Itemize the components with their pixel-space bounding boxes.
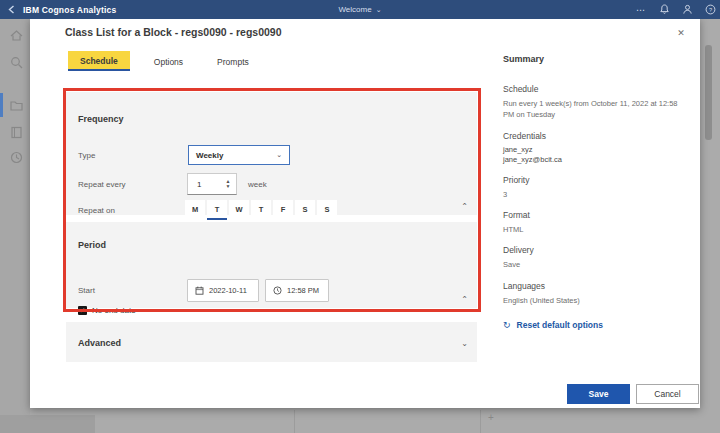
save-button[interactable]: Save <box>567 384 630 404</box>
start-time-field[interactable]: 12:58 PM <box>265 279 329 302</box>
type-dropdown[interactable]: Weekly ⌄ <box>188 145 290 165</box>
chevron-down-icon: ⌄ <box>376 6 382 14</box>
summary-schedule: Schedule Run every 1 week(s) from Octobe… <box>503 84 713 121</box>
close-icon[interactable]: ✕ <box>674 26 688 40</box>
type-dropdown-value: Weekly <box>196 151 223 160</box>
start-date-field[interactable]: 2022-10-11 <box>187 279 259 302</box>
cancel-button[interactable]: Cancel <box>636 384 699 404</box>
background-divider <box>480 410 481 433</box>
start-time-value: 12:58 PM <box>287 286 319 295</box>
help-icon[interactable]: ? <box>704 4 716 16</box>
svg-text:?: ? <box>708 7 711 13</box>
reset-default-options-link[interactable]: ↻ Reset default options <box>503 320 713 330</box>
summary-format: Format HTML <box>503 210 713 235</box>
background-content-block <box>0 415 95 433</box>
search-icon[interactable] <box>9 55 24 70</box>
repeat-every-label: Repeat every <box>78 180 126 189</box>
no-end-date-checkbox[interactable]: ✓ No end date <box>78 306 136 315</box>
day-button-wednesday[interactable]: W <box>229 200 249 220</box>
day-button-tuesday[interactable]: T <box>207 200 227 220</box>
day-button-sunday[interactable]: S <box>317 200 337 220</box>
checkbox-check-icon: ✓ <box>78 306 87 315</box>
period-heading: Period <box>78 240 106 250</box>
advanced-heading: Advanced <box>78 338 121 348</box>
day-button-thursday[interactable]: T <box>251 200 271 220</box>
advanced-expand-icon[interactable]: ⌄ <box>461 339 468 348</box>
page-background-bottom <box>30 408 700 433</box>
folder-content-icon[interactable] <box>9 98 24 113</box>
calendar-icon <box>195 286 204 295</box>
advanced-section[interactable]: Advanced ⌄ <box>66 322 477 362</box>
sidebar-active-indicator <box>0 93 3 117</box>
repeat-unit-label: week <box>248 180 267 189</box>
frequency-heading: Frequency <box>78 114 124 124</box>
day-button-monday[interactable]: M <box>185 200 205 220</box>
summary-credentials: Credentials jane_xyz jane_xyz@bcit.ca <box>503 131 713 165</box>
overflow-menu-icon[interactable]: ⋯ <box>635 4 647 16</box>
frequency-collapse-icon[interactable]: ⌃ <box>461 202 468 211</box>
summary-priority: Priority 3 <box>503 175 713 200</box>
start-label: Start <box>78 286 95 295</box>
notebook-icon[interactable] <box>9 125 24 140</box>
period-section: Period Start 2022-10-11 12:58 PM ✓ No en… <box>66 222 477 308</box>
no-end-date-label: No end date <box>92 306 136 315</box>
schedule-dialog: Class List for a Block - regs0090 - regs… <box>30 18 700 408</box>
repeat-every-stepper[interactable]: 1 ▲ ▼ <box>187 173 237 195</box>
account-person-icon[interactable] <box>681 4 693 16</box>
repeat-on-label: Repeat on <box>78 206 115 215</box>
notifications-bell-icon[interactable] <box>658 4 670 16</box>
home-icon[interactable] <box>9 28 24 43</box>
welcome-menu[interactable]: Welcome ⌄ <box>0 5 720 14</box>
reset-icon: ↻ <box>503 320 511 330</box>
recent-icon[interactable] <box>9 150 24 165</box>
welcome-label: Welcome <box>338 5 371 14</box>
app-header: IBM Cognos Analytics Welcome ⌄ ⋯ ? <box>0 0 720 19</box>
tab-options[interactable]: Options <box>144 52 193 71</box>
start-date-value: 2022-10-11 <box>209 286 247 295</box>
summary-languages: Languages English (United States) <box>503 281 713 306</box>
day-button-saturday[interactable]: S <box>295 200 315 220</box>
background-divider <box>294 410 295 433</box>
chevron-down-icon: ⌄ <box>276 151 282 159</box>
repeat-every-value: 1 <box>188 180 220 189</box>
frequency-section: Frequency Type Weekly ⌄ Repeat every 1 ▲… <box>66 92 477 215</box>
period-collapse-icon[interactable]: ⌃ <box>461 295 468 304</box>
day-button-friday[interactable]: F <box>273 200 293 220</box>
dialog-tabs: Schedule Options Prompts <box>68 51 259 71</box>
summary-delivery: Delivery Save <box>503 245 713 270</box>
tab-prompts[interactable]: Prompts <box>207 52 259 71</box>
summary-panel: Summary Schedule Run every 1 week(s) fro… <box>503 54 713 330</box>
type-label: Type <box>78 151 95 160</box>
repeat-on-days: M T W T F S S <box>185 200 337 220</box>
stepper-down-icon[interactable]: ▼ <box>226 184 231 189</box>
summary-heading: Summary <box>503 54 713 64</box>
background-plus-glyph: + <box>488 412 494 423</box>
screen: + IBM Cognos Analytics Welcome ⌄ ⋯ ? Cla… <box>0 0 720 433</box>
tab-schedule[interactable]: Schedule <box>68 51 130 71</box>
dialog-title: Class List for a Block - regs0090 - regs… <box>65 26 282 38</box>
app-sidebar <box>0 19 30 433</box>
clock-icon <box>273 286 282 295</box>
